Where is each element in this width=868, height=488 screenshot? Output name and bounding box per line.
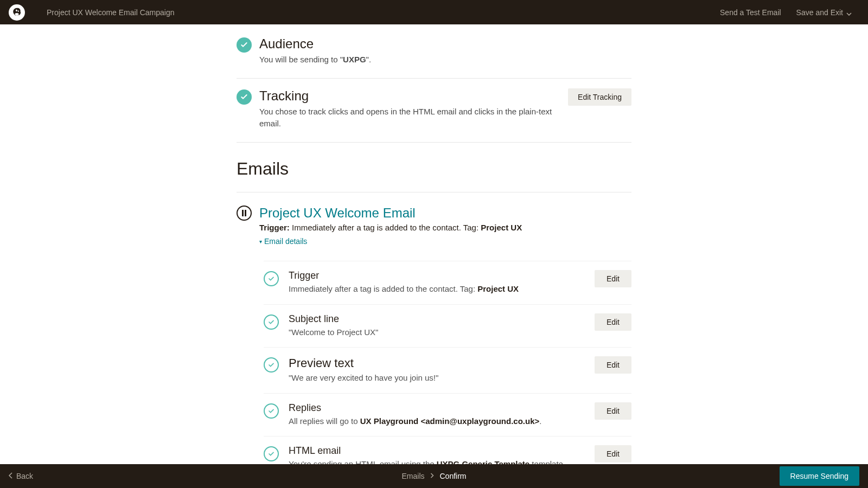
detail-html-title: HTML email <box>289 445 585 457</box>
email-details-list: Trigger Immediately after a tag is added… <box>264 261 631 464</box>
detail-replies-title: Replies <box>289 402 585 414</box>
email-block: Project UX Welcome Email Trigger: Immedi… <box>237 192 631 465</box>
replies-desc-pre: All replies will go to <box>289 416 360 426</box>
step-confirm[interactable]: Confirm <box>440 472 467 480</box>
mailchimp-icon <box>11 7 23 18</box>
detail-preview-title: Preview text <box>289 356 585 370</box>
edit-html-email-button[interactable]: Edit <box>595 445 631 463</box>
step-emails[interactable]: Emails <box>401 472 424 480</box>
mailchimp-logo[interactable] <box>9 4 25 21</box>
replies-desc-post: . <box>539 416 541 426</box>
send-test-email-link[interactable]: Send a Test Email <box>712 4 789 21</box>
trigger-desc-pre: Immediately after a tag is added to the … <box>289 284 477 293</box>
emails-heading: Emails <box>237 159 631 179</box>
pause-icon <box>237 206 252 221</box>
audience-desc-name: UXPG <box>343 55 366 64</box>
detail-subject-title: Subject line <box>289 313 585 325</box>
chevron-left-icon <box>9 472 13 480</box>
back-link[interactable]: Back <box>9 472 33 480</box>
email-details-toggle[interactable]: ▾ Email details <box>259 237 307 246</box>
edit-trigger-button[interactable]: Edit <box>595 270 631 287</box>
detail-html-desc: You're sending an HTML email using the U… <box>289 458 585 464</box>
top-bar: Project UX Welcome Email Campaign Send a… <box>0 0 868 24</box>
detail-preview: Preview text "We are very excited to hav… <box>264 347 631 393</box>
audience-desc-pre: You will be sending to " <box>259 55 343 64</box>
audience-section: Audience You will be sending to "UXPG". <box>237 30 631 79</box>
back-label: Back <box>16 472 33 480</box>
detail-subject: Subject line "Welcome to Project UX" Edi… <box>264 304 631 348</box>
bottom-bar: Back Emails Confirm Resume Sending <box>0 464 868 488</box>
check-circle-icon <box>237 37 252 53</box>
chevron-down-icon <box>846 9 852 17</box>
trigger-desc-tag: Project UX <box>477 284 519 293</box>
detail-trigger-desc: Immediately after a tag is added to the … <box>289 283 585 296</box>
detail-trigger-title: Trigger <box>289 270 585 281</box>
email-trigger-line: Trigger: Immediately after a tag is adde… <box>259 223 631 232</box>
tracking-description: You chose to track clicks and opens in t… <box>259 106 560 130</box>
main-viewport[interactable]: Audience You will be sending to "UXPG". … <box>0 24 868 464</box>
email-name-link[interactable]: Project UX Welcome Email <box>259 206 631 221</box>
audience-title: Audience <box>259 36 631 52</box>
detail-html-email: HTML email You're sending an HTML email … <box>264 436 631 464</box>
details-toggle-label: Email details <box>264 237 307 246</box>
detail-preview-desc: "We are very excited to have you join us… <box>289 372 585 384</box>
html-desc-template: UXPG Generic Template <box>437 459 529 464</box>
check-outline-icon <box>264 271 279 286</box>
tracking-title: Tracking <box>259 88 560 104</box>
check-outline-icon <box>264 314 279 330</box>
trigger-tag: Project UX <box>481 223 522 232</box>
detail-replies: Replies All replies will go to UX Playgr… <box>264 393 631 436</box>
replies-desc-addr: UX Playground <admin@uxplayground.co.uk> <box>360 416 540 426</box>
detail-trigger: Trigger Immediately after a tag is added… <box>264 261 631 304</box>
resume-sending-button[interactable]: Resume Sending <box>780 466 859 486</box>
check-outline-icon <box>264 403 279 419</box>
audience-desc-post: ". <box>366 55 372 64</box>
chevron-right-icon <box>430 472 435 480</box>
detail-replies-desc: All replies will go to UX Playground <ad… <box>289 415 585 428</box>
edit-tracking-button[interactable]: Edit Tracking <box>568 88 631 106</box>
check-outline-icon <box>264 446 279 461</box>
audience-description: You will be sending to "UXPG". <box>259 54 631 66</box>
detail-subject-desc: "Welcome to Project UX" <box>289 326 585 339</box>
html-desc-post: template. <box>529 459 565 464</box>
html-desc-pre: You're sending an HTML email using the <box>289 459 437 464</box>
trigger-text: Immediately after a tag is added to the … <box>290 223 481 232</box>
save-and-exit-label: Save and Exit <box>796 8 843 17</box>
svg-rect-0 <box>242 210 244 216</box>
tracking-section: Tracking You chose to track clicks and o… <box>237 79 631 143</box>
edit-subject-button[interactable]: Edit <box>595 313 631 331</box>
caret-down-icon: ▾ <box>259 239 262 245</box>
trigger-label: Trigger: <box>259 223 290 232</box>
edit-preview-button[interactable]: Edit <box>595 356 631 374</box>
svg-rect-1 <box>245 210 246 216</box>
edit-replies-button[interactable]: Edit <box>595 402 631 420</box>
check-circle-icon <box>237 89 252 105</box>
save-and-exit-menu[interactable]: Save and Exit <box>789 4 859 21</box>
step-breadcrumb: Emails Confirm <box>401 472 466 480</box>
check-outline-icon <box>264 357 279 373</box>
campaign-title: Project UX Welcome Email Campaign <box>47 8 175 17</box>
